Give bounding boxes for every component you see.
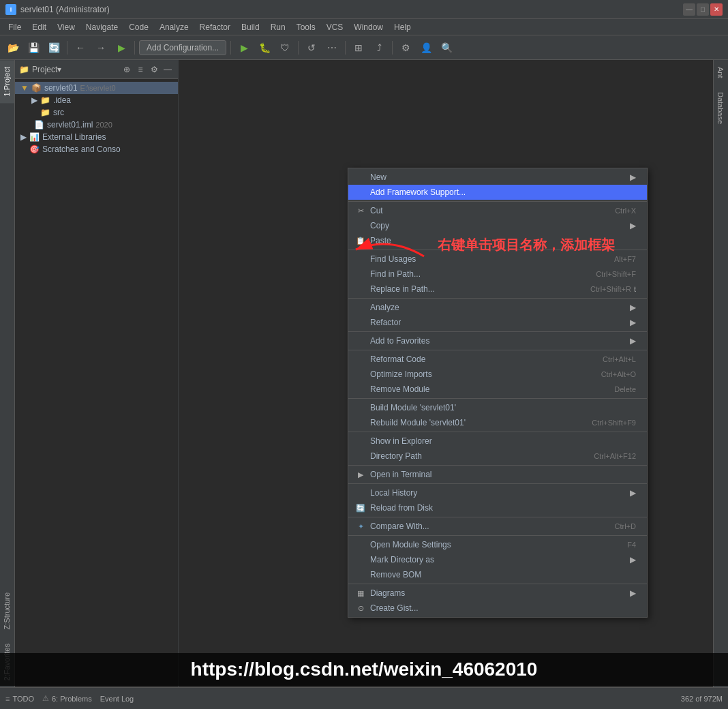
context-menu: New ▶ Add Framework Support... ✂ Cut Ctr… — [348, 168, 648, 618]
left-tabs: 1:Project Z:Structure 2:Favorites — [0, 60, 15, 687]
todo-item[interactable]: ≡ TODO — [5, 695, 34, 703]
more-button[interactable]: ⋯ — [323, 39, 341, 57]
cm-item-find-in-path[interactable]: Find in Path... Ctrl+Shift+F — [348, 267, 647, 282]
iml-file-icon: 📄 — [34, 120, 44, 130]
menu-view-item[interactable]: View — [52, 21, 80, 33]
toolbar-separator-1 — [67, 41, 67, 55]
open-button[interactable]: 📂 — [4, 39, 22, 57]
menu-tools-item[interactable]: Tools — [291, 21, 321, 33]
scroll-icon[interactable]: ≡ — [134, 63, 147, 76]
tree-item-idea[interactable]: ▶ 📁 .idea — [15, 94, 178, 106]
idea-folder-icon: 📁 — [40, 95, 50, 105]
cm-item-remove-module[interactable]: Remove Module Delete — [348, 382, 647, 397]
cm-item-diagrams[interactable]: ▦ Diagrams ▶ — [348, 586, 647, 601]
menu-navigate-item[interactable]: Navigate — [80, 21, 123, 33]
tree-item-root[interactable]: ▼ 📦 servlet01 E:\servlet0 — [15, 82, 178, 94]
tree-item-src[interactable]: ▶ 📁 src — [15, 106, 178, 119]
debug-button[interactable]: 🐛 — [256, 39, 273, 57]
right-panel: Ant Database — [713, 60, 728, 687]
cm-item-create-gist[interactable]: ⊙ Create Gist... — [348, 601, 647, 616]
minimize-button[interactable]: — — [683, 3, 695, 16]
event-log-item[interactable]: Event Log — [100, 695, 134, 703]
watermark: https://blog.csdn.net/weixin_46062010 — [0, 653, 728, 686]
add-configuration-button[interactable]: Add Configuration... — [139, 40, 226, 55]
tree-item-external-libs[interactable]: ▶ 📊 External Libraries — [15, 131, 178, 143]
execute-button[interactable]: ▶ — [235, 39, 253, 57]
menu-code-item[interactable]: Code — [123, 21, 154, 33]
share-button[interactable]: ⤴ — [370, 39, 388, 57]
cm-item-open-module-settings[interactable]: Open Module Settings F4 — [348, 537, 647, 552]
tree-item-iml[interactable]: 📄 servlet01.iml 2020 — [15, 119, 178, 131]
cm-item-analyze[interactable]: Analyze ▶ — [348, 300, 647, 315]
cm-item-directory-path[interactable]: Directory Path Ctrl+Alt+F12 — [348, 449, 647, 464]
add-icon[interactable]: ⊕ — [121, 63, 133, 76]
cm-item-build-module[interactable]: Build Module 'servlet01' — [348, 400, 647, 415]
cm-item-replace-in-path[interactable]: Replace in Path... Ctrl+Shift+R t — [348, 282, 647, 297]
menu-help-item[interactable]: Help — [389, 21, 416, 33]
root-path: E:\servlet0 — [80, 84, 116, 92]
search-everywhere-button[interactable]: 🔍 — [438, 39, 455, 57]
settings-icon[interactable]: ⚙ — [397, 39, 414, 57]
menu-edit-item[interactable]: Edit — [27, 21, 52, 33]
refresh-button[interactable]: 🔄 — [45, 39, 63, 57]
cm-item-optimize-imports[interactable]: Optimize Imports Ctrl+Alt+O — [348, 367, 647, 382]
layout-button[interactable]: ⊞ — [350, 39, 367, 57]
cm-item-copy[interactable]: Copy ▶ — [348, 218, 647, 233]
cm-item-refactor[interactable]: Refactor ▶ — [348, 315, 647, 330]
cm-item-find-usages[interactable]: Find Usages Alt+F7 — [348, 252, 647, 267]
warning-icon: ⚠ — [42, 694, 49, 703]
rerun-button[interactable]: ↺ — [303, 39, 320, 57]
maximize-button[interactable]: □ — [697, 3, 709, 16]
cm-item-remove-bom[interactable]: Remove BOM — [348, 567, 647, 582]
minimize-panel-icon[interactable]: — — [162, 63, 174, 76]
gear-icon[interactable]: ⚙ — [148, 63, 160, 76]
cm-item-new[interactable]: New ▶ — [348, 170, 647, 185]
menu-file-item[interactable]: File — [3, 21, 27, 33]
cm-item-rebuild-module[interactable]: Rebuild Module 'servlet01' Ctrl+Shift+F9 — [348, 415, 647, 430]
diagrams-icon: ▦ — [355, 589, 366, 598]
title-text: servlet01 (Administrator) — [20, 5, 679, 14]
cm-item-reformat[interactable]: Reformat Code Ctrl+Alt+L — [348, 352, 647, 367]
project-label: Project▾ — [32, 65, 118, 74]
problems-item[interactable]: ⚠ 6: Problems — [42, 694, 92, 703]
project-panel-header: 📁 Project▾ ⊕ ≡ ⚙ — — [15, 60, 178, 79]
cm-sep-5 — [348, 350, 647, 350]
close-button[interactable]: ✕ — [710, 3, 723, 16]
ant-tab[interactable]: Ant — [714, 60, 728, 85]
cm-item-add-favorites[interactable]: Add to Favorites ▶ — [348, 333, 647, 348]
menu-vcs-item[interactable]: VCS — [321, 21, 349, 33]
cm-item-reload[interactable]: 🔄 Reload from Disk — [348, 500, 647, 515]
menu-window-item[interactable]: Window — [348, 21, 389, 33]
cm-sep-6 — [348, 398, 647, 399]
menu-refactor-item[interactable]: Refactor — [194, 21, 236, 33]
cm-item-show-explorer[interactable]: Show in Explorer — [348, 434, 647, 449]
menu-analyze-item[interactable]: Analyze — [154, 21, 194, 33]
cm-item-mark-directory[interactable]: Mark Directory as ▶ — [348, 552, 647, 567]
src-label: src — [53, 108, 64, 117]
menu-build-item[interactable]: Build — [236, 21, 265, 33]
menu-run-item[interactable]: Run — [265, 21, 291, 33]
reload-icon: 🔄 — [355, 504, 366, 513]
cm-item-compare-with[interactable]: ✦ Compare With... Ctrl+D — [348, 519, 647, 534]
gist-icon: ⊙ — [355, 604, 366, 613]
forward-button[interactable]: → — [92, 39, 110, 57]
cm-item-paste[interactable]: 📋 Paste — [348, 233, 647, 248]
sidebar-item-structure[interactable]: Z:Structure — [0, 586, 14, 636]
back-button[interactable]: ← — [72, 39, 89, 57]
tree-item-scratches[interactable]: ▶ 🎯 Scratches and Conso — [15, 143, 178, 155]
scratches-icon: 🎯 — [29, 145, 40, 154]
project-folder-icon: 📁 — [19, 65, 29, 74]
sidebar-item-project[interactable]: 1:Project — [0, 60, 14, 103]
cm-item-add-framework[interactable]: Add Framework Support... — [348, 185, 647, 200]
profile-button[interactable]: 👤 — [417, 39, 435, 57]
problems-label: 6: Problems — [52, 695, 92, 703]
cm-item-cut[interactable]: ✂ Cut Ctrl+X — [348, 203, 647, 218]
todo-label: TODO — [12, 695, 34, 703]
coverage-button[interactable]: 🛡 — [276, 39, 294, 57]
database-tab[interactable]: Database — [714, 85, 728, 131]
cm-item-local-history[interactable]: Local History ▶ — [348, 485, 647, 500]
save-button[interactable]: 💾 — [25, 39, 42, 57]
cm-item-open-terminal[interactable]: ▶ Open in Terminal — [348, 467, 647, 482]
idea-expand-icon: ▶ — [31, 95, 37, 105]
run-icon[interactable]: ▶ — [112, 39, 130, 57]
